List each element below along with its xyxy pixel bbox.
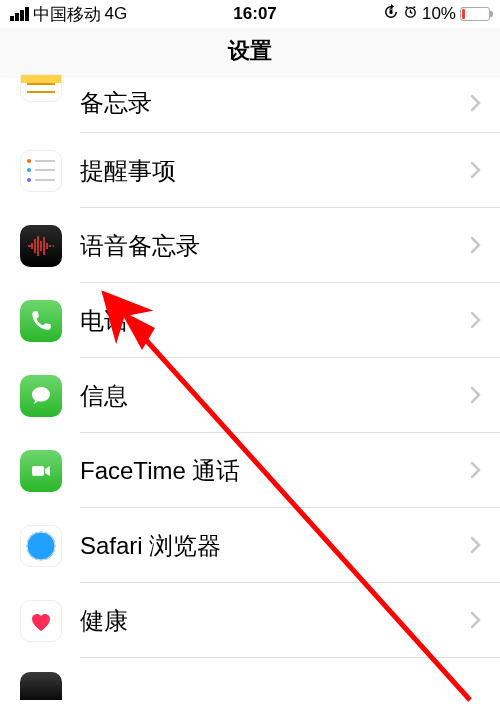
settings-list: 备忘录 提醒事项 语音备忘录 — [0, 78, 500, 711]
row-phone[interactable]: 电话 — [0, 283, 500, 358]
svg-point-9 — [27, 532, 55, 560]
chevron-right-icon — [470, 230, 500, 261]
row-label: 语音备忘录 — [62, 230, 470, 262]
row-health[interactable]: 健康 — [0, 583, 500, 658]
chevron-right-icon — [470, 88, 500, 119]
row-label: 信息 — [62, 380, 470, 412]
row-label: 提醒事项 — [62, 155, 470, 187]
row-unknown[interactable] — [0, 658, 500, 711]
row-label: 健康 — [62, 605, 470, 637]
chevron-right-icon — [470, 605, 500, 636]
battery-icon — [460, 7, 490, 21]
chevron-right-icon — [470, 305, 500, 336]
row-reminders[interactable]: 提醒事项 — [0, 133, 500, 208]
health-icon — [20, 600, 62, 642]
status-left: 中国移动 4G — [10, 3, 127, 26]
voice-memos-icon — [20, 225, 62, 267]
svg-rect-2 — [32, 466, 44, 476]
row-messages[interactable]: 信息 — [0, 358, 500, 433]
row-label: FaceTime 通话 — [62, 455, 470, 487]
row-facetime[interactable]: FaceTime 通话 — [0, 433, 500, 508]
reminders-icon — [20, 150, 62, 192]
chevron-right-icon — [470, 155, 500, 186]
row-label — [62, 672, 482, 690]
row-notes[interactable]: 备忘录 — [0, 78, 500, 133]
safari-icon — [20, 525, 62, 567]
status-bar: 中国移动 4G 16:07 10% — [0, 0, 500, 28]
phone-icon — [20, 300, 62, 342]
signal-icon — [10, 7, 29, 21]
messages-icon — [20, 375, 62, 417]
carrier-label: 中国移动 — [33, 3, 101, 26]
status-right: 10% — [383, 4, 490, 25]
row-label: 备忘录 — [62, 87, 470, 119]
facetime-icon — [20, 450, 62, 492]
orientation-lock-icon — [383, 4, 399, 25]
svg-rect-0 — [389, 10, 392, 14]
network-label: 4G — [105, 4, 128, 24]
row-voice-memos[interactable]: 语音备忘录 — [0, 208, 500, 283]
alarm-icon — [403, 4, 418, 24]
notes-icon — [20, 74, 62, 102]
chevron-right-icon — [470, 380, 500, 411]
clock: 16:07 — [233, 4, 276, 24]
battery-percent: 10% — [422, 4, 456, 24]
chevron-right-icon — [470, 455, 500, 486]
row-label: 电话 — [62, 305, 470, 337]
unknown-icon — [20, 672, 62, 700]
row-label: Safari 浏览器 — [62, 530, 470, 562]
nav-title: 设置 — [0, 28, 500, 78]
chevron-right-icon — [470, 530, 500, 561]
row-safari[interactable]: Safari 浏览器 — [0, 508, 500, 583]
